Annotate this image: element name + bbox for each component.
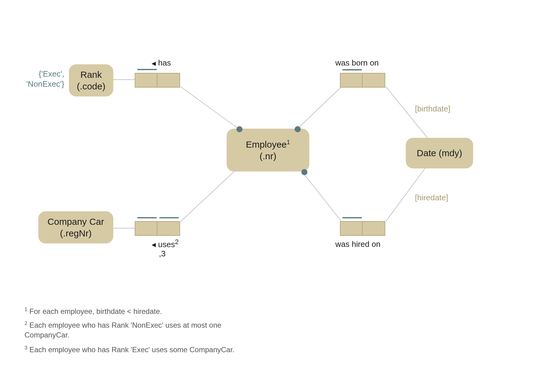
svg-line-1 <box>181 87 239 130</box>
footnote-1: 1 For each employee, birthdate < hiredat… <box>24 306 162 316</box>
entity-employee: Employee1 (.nr) <box>227 129 309 172</box>
rank-value-constraint: {'Exec', 'NonExec'} <box>21 69 64 89</box>
role-has-employee <box>157 74 179 87</box>
role-hired-date <box>363 222 385 235</box>
role-name-hiredate: [hiredate] <box>415 193 448 202</box>
predicate-born: was born on <box>335 58 379 68</box>
fact-born <box>340 73 385 88</box>
entity-rank-name: Rank <box>77 69 105 81</box>
predicate-has: ◀ has <box>152 58 171 68</box>
reading-arrow-icon: ◀ <box>152 242 156 248</box>
role-uses-employee <box>157 222 179 235</box>
entity-rank-ref: (.code) <box>77 81 105 92</box>
uniqueness-has <box>137 69 157 70</box>
uniqueness-uses-right <box>159 217 179 218</box>
uniqueness-uses-left <box>137 217 157 218</box>
uniqueness-born <box>342 69 362 70</box>
predicate-hired: was hired on <box>335 239 380 249</box>
entity-company-ref: (.regNr) <box>47 228 104 239</box>
svg-line-4 <box>298 87 341 129</box>
fact-has <box>135 73 180 88</box>
role-uses-car <box>135 222 157 235</box>
entity-employee-ref: (.nr) <box>246 150 290 162</box>
mandatory-dot-has <box>236 126 243 132</box>
mandatory-dot-born <box>295 126 301 132</box>
footnote-3: 3 Each employee who has Rank 'Exec' uses… <box>24 345 235 355</box>
role-has-rank <box>135 74 157 87</box>
entity-date: Date (mdy) <box>406 138 473 168</box>
entity-company-car: Company Car (.regNr) <box>38 211 113 243</box>
entity-date-name: Date (mdy) <box>417 147 462 159</box>
mandatory-dot-hired <box>301 169 307 175</box>
footnote-2: 2 Each employee who has Rank 'NonExec' u… <box>24 320 221 340</box>
role-born-date <box>363 74 385 87</box>
fact-hired <box>340 221 385 236</box>
orm-diagram: {'Exec', 'NonExec'} Rank (.code) Company… <box>0 0 550 392</box>
role-born-employee <box>341 74 363 87</box>
svg-line-6 <box>303 173 341 221</box>
entity-rank: Rank (.code) <box>69 64 113 96</box>
entity-employee-name: Employee1 <box>246 138 290 150</box>
reading-arrow-icon: ◀ <box>152 60 156 67</box>
svg-line-3 <box>181 170 236 221</box>
role-hired-employee <box>341 222 363 235</box>
entity-company-name: Company Car <box>47 216 104 228</box>
value-nonexec: 'NonExec'} <box>21 79 64 89</box>
role-name-birthdate: [birthdate] <box>415 104 450 114</box>
fact-uses <box>135 221 180 236</box>
uniqueness-hired <box>342 217 362 218</box>
predicate-uses: ◀ uses2 ,3 <box>152 238 179 258</box>
value-exec: {'Exec', <box>21 69 64 79</box>
